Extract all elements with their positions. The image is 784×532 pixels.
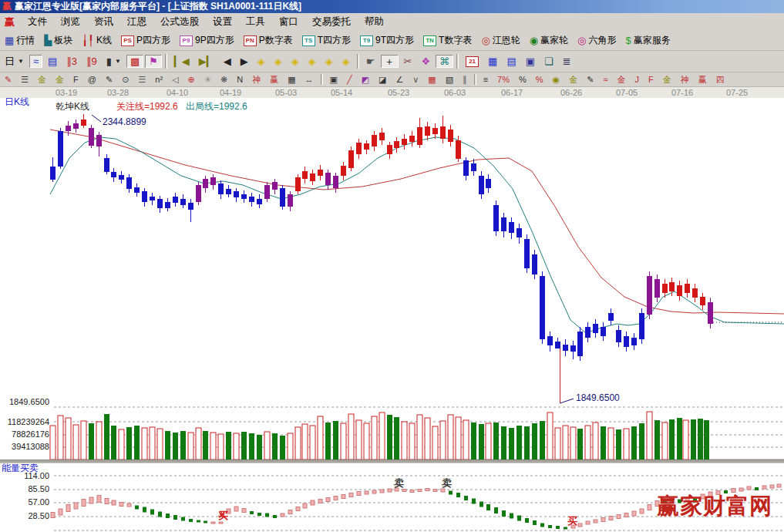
pane-separator[interactable] xyxy=(0,460,784,463)
draw-ying-tool-button[interactable]: 赢 xyxy=(266,74,282,86)
draw-percent-button[interactable]: % xyxy=(515,74,530,86)
draw-shen-tool-button[interactable]: 神 xyxy=(248,74,264,86)
nav-number-mode-button[interactable]: ⌘ xyxy=(436,55,453,68)
nav-next-bar-button[interactable]: ▶ xyxy=(237,55,252,68)
draw-gann-target-button[interactable]: ⊕ xyxy=(184,74,199,86)
btn-p-square-button[interactable]: PSP四方形 xyxy=(117,32,174,49)
candle-body xyxy=(111,172,116,177)
menu-tools[interactable]: 工具 xyxy=(239,13,272,31)
draw-n-squared-button[interactable]: n² xyxy=(151,74,167,86)
draw-hline-tool-button[interactable]: ☰ xyxy=(17,74,32,86)
draw-n-wave-button[interactable]: N xyxy=(233,74,247,86)
nav-ma-3-button[interactable]: ∥3 xyxy=(62,55,81,68)
draw-cycle-circle-button[interactable]: ⊙ xyxy=(118,74,133,86)
menu-window[interactable]: 窗口 xyxy=(272,13,305,31)
nav-zoom-out-button[interactable]: ◈ xyxy=(321,55,337,68)
nav-prev-bar-button[interactable]: ◀ xyxy=(220,55,235,68)
nav-zoom-horizontal-button[interactable]: ◈ xyxy=(288,55,303,68)
chart-canvas[interactable] xyxy=(0,87,784,532)
draw-tick-ruler-button[interactable]: ☰ xyxy=(134,74,150,86)
draw-gold-angle-button[interactable]: 金 xyxy=(659,74,675,86)
btn-winner-wheel-button[interactable]: ◉赢家轮 xyxy=(526,32,572,49)
draw-f-angle-button[interactable]: F xyxy=(644,74,658,86)
nav-qiankun-kline-button[interactable]: ▩ xyxy=(126,55,143,68)
nav-snapshot-button[interactable]: ❏ xyxy=(540,55,557,68)
nav-matrix-button[interactable]: ▦ xyxy=(484,55,501,68)
draw-pen-tool-button[interactable]: ✎ xyxy=(1,74,15,86)
draw-angle-mirror-button[interactable]: ◁ xyxy=(168,74,182,86)
btn-t-number-table-button[interactable]: TNT数字表 xyxy=(419,32,476,49)
nav-overlay-style-button[interactable]: ≈ xyxy=(29,55,42,68)
nav-info-panel-button[interactable]: ▤ xyxy=(44,55,61,68)
signal-marker-sell: 卖 xyxy=(394,478,404,488)
nav-save-button[interactable]: ▣ xyxy=(522,55,539,68)
nav-shift-right-button[interactable]: ◈ xyxy=(271,55,286,68)
nav-zoom-all-button[interactable]: ◈ xyxy=(338,55,354,68)
draw-gold-red-button[interactable]: 金 xyxy=(613,74,629,86)
btn-9t-square-button[interactable]: T99T四方形 xyxy=(356,32,418,49)
nav-color-flag-button[interactable]: ⚑ xyxy=(145,55,162,68)
draw-si-angle-button[interactable]: 四 xyxy=(712,74,728,86)
draw-shen-angle-button[interactable]: 神 xyxy=(677,74,693,86)
draw-gold-bars-button[interactable]: 金 xyxy=(565,74,581,86)
nav-calendar-21-button[interactable]: 21 xyxy=(462,55,483,69)
btn-quotes-button[interactable]: ▦行情 xyxy=(1,32,39,49)
nav-crosshair-button[interactable]: ＋ xyxy=(381,55,399,68)
btn-sectors-button[interactable]: ▙板块 xyxy=(40,32,76,49)
draw-angle-set-button[interactable]: ∠ xyxy=(392,74,407,86)
draw-gold-circle-button[interactable]: ◉ xyxy=(549,74,564,86)
draw-v-wave-button[interactable]: ∨ xyxy=(409,74,422,86)
nav-erase-tool-button[interactable]: ✂ xyxy=(400,55,416,68)
nav-ma-9-button[interactable]: ∥9 xyxy=(82,55,101,68)
draw-gold-lines-button[interactable]: 金 xyxy=(34,74,50,86)
nav-period-day-button[interactable]: 日▼ xyxy=(1,55,28,68)
draw-spiral-button[interactable]: @ xyxy=(84,74,100,86)
draw-span-measure-button[interactable]: ↔ xyxy=(301,74,318,86)
draw-spider-web-button[interactable]: ❋ xyxy=(217,74,231,86)
draw-parallel-lines-button[interactable]: ∥ xyxy=(459,74,471,86)
menu-file[interactable]: 文件 xyxy=(21,13,54,31)
draw-j-angle-button[interactable]: J xyxy=(631,74,643,86)
draw-percent-7-button[interactable]: 7% xyxy=(493,74,513,86)
draw-box-tool-button[interactable]: ▣ xyxy=(326,74,342,86)
draw-fan-lines-button[interactable]: ╱ xyxy=(343,74,356,86)
nav-last-bar-button[interactable]: ▶▎ xyxy=(195,55,218,68)
menu-gann[interactable]: 江恩 xyxy=(120,13,153,31)
nav-print-button[interactable]: ≣ xyxy=(559,55,575,68)
nav-first-bar-button[interactable]: ▎◀ xyxy=(170,55,193,68)
btn-9p-square-button[interactable]: P99P四方形 xyxy=(176,32,238,49)
menu-settings[interactable]: 设置 xyxy=(206,13,239,31)
nav-candle-style-button[interactable]: ▮▼ xyxy=(103,55,125,68)
nav-shift-left-button[interactable]: ◈ xyxy=(254,55,269,68)
menu-browse[interactable]: 浏览 xyxy=(54,13,87,31)
btn-hexagon-button[interactable]: ◎六角形 xyxy=(574,32,620,49)
draw-percent-lines-button[interactable]: % xyxy=(532,74,547,86)
nav-memo-button[interactable]: ▤ xyxy=(503,55,520,68)
draw-pen-ruler-button[interactable]: ✎ xyxy=(102,74,116,86)
draw-ying-angle-button[interactable]: 赢 xyxy=(695,74,711,86)
nav-tools-box-button[interactable]: ❖ xyxy=(417,55,434,68)
draw-gold-lines-2-button[interactable]: 金 xyxy=(52,74,68,86)
title-bar[interactable]: 赢 赢家江恩专业版[赢家内部服务平台] - [上证指数 SH1A0001-111… xyxy=(0,0,784,13)
draw-pen-vertical-button[interactable]: ✎ xyxy=(583,74,597,86)
draw-price-marks-button[interactable]: ≡ xyxy=(479,74,492,86)
menu-formula-stock-pick[interactable]: 公式选股 xyxy=(153,13,206,31)
draw-ruler-123-button[interactable]: ▦ xyxy=(284,74,299,86)
draw-wave-band-button[interactable]: ≈ xyxy=(599,74,611,86)
btn-t-square-button[interactable]: TST四方形 xyxy=(298,32,355,49)
draw-grid-arrow-button[interactable]: ▧ xyxy=(442,74,457,86)
draw-box-fan-button[interactable]: ◩ xyxy=(358,74,373,86)
draw-box-fan-dark-button[interactable]: ◪ xyxy=(375,74,390,86)
menu-help[interactable]: 帮助 xyxy=(358,13,391,31)
nav-pan-hand-button[interactable]: ☛ xyxy=(362,55,379,68)
btn-gann-wheel-button[interactable]: ◎江恩轮 xyxy=(477,32,523,49)
draw-grid-red-button[interactable]: ▦ xyxy=(424,74,439,86)
btn-p-number-table-button[interactable]: PNP数字表 xyxy=(240,32,297,49)
nav-zoom-in-button[interactable]: ◈ xyxy=(305,55,320,68)
btn-winner-service-button[interactable]: $赢家服务 xyxy=(621,32,674,49)
btn-kline-button[interactable]: ╽╿K线 xyxy=(78,32,116,49)
menu-info[interactable]: 资讯 xyxy=(87,13,120,31)
draw-f-lines-button[interactable]: F xyxy=(69,74,82,86)
draw-gann-fan-8-button[interactable]: ✳ xyxy=(200,74,215,86)
menu-trade-entrust[interactable]: 交易委托 xyxy=(305,13,358,31)
